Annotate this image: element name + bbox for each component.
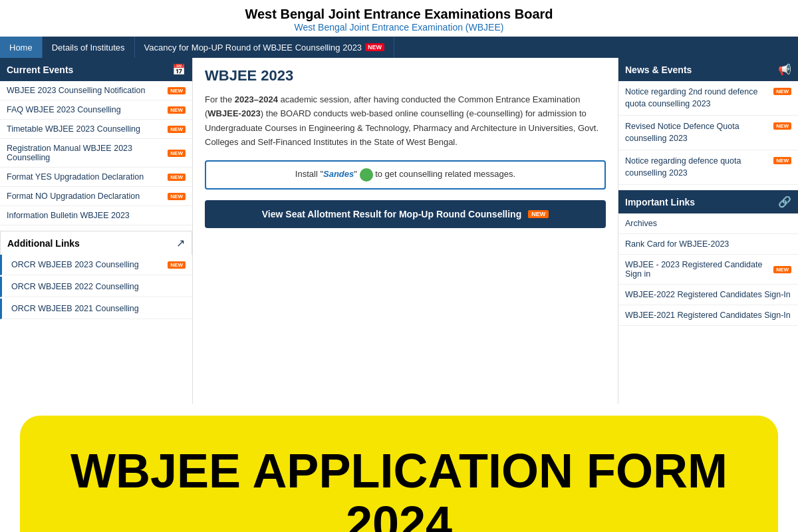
bottom-banner-text: WBJEE APPLICATION FORM 2024 xyxy=(40,445,758,532)
page-title: WBJEE 2023 xyxy=(205,67,606,84)
sidebar-item[interactable]: WBJEE 2023 Counselling NotificationNEW xyxy=(0,81,192,100)
center-content: WBJEE 2023 For the 2023–2024 academic se… xyxy=(193,58,618,404)
new-badge: NEW xyxy=(168,150,186,157)
header-subtitle: West Bengal Joint Entrance Examination (… xyxy=(0,22,798,33)
new-badge: NEW xyxy=(773,266,791,273)
important-link-label: Archives xyxy=(625,219,657,228)
current-events-header: Current Events 📅 xyxy=(0,58,192,81)
important-link-item[interactable]: Archives xyxy=(618,213,798,234)
important-link-item[interactable]: Rank Card for WBJEE-2023 xyxy=(618,234,798,255)
sidebar-item-label: Format NO Upgradation Declaration xyxy=(7,192,168,201)
important-link-label: WBJEE-2022 Registered Candidates Sign-In xyxy=(625,290,791,299)
important-links-header: Important Links 🔗 xyxy=(618,190,798,213)
current-events-section: Current Events 📅 WBJEE 2023 Counselling … xyxy=(0,58,192,225)
left-sidebar: Current Events 📅 WBJEE 2023 Counselling … xyxy=(0,58,193,404)
external-link-icon: ↗ xyxy=(176,237,185,249)
sidebar-item[interactable]: Information Bulletin WBJEE 2023 xyxy=(0,206,192,225)
header: West Bengal Joint Entrance Examinations … xyxy=(0,0,798,37)
news-item[interactable]: Revised Notice Defence Quota counselling… xyxy=(618,116,798,150)
nav-item-institutes[interactable]: Details of Institutes xyxy=(43,37,135,58)
nav-item-home[interactable]: Home xyxy=(0,37,43,58)
important-link-label: WBJEE - 2023 Registered Candidate Sign i… xyxy=(625,260,773,279)
new-badge-cta: NEW xyxy=(528,210,549,218)
sidebar-item[interactable]: Timetable WBJEE 2023 CounsellingNEW xyxy=(0,120,192,139)
sandes-name: Sandes xyxy=(323,169,354,179)
nav-item-vacancy[interactable]: Vacancy for Mop-UP Round of WBJEE Counse… xyxy=(135,37,395,58)
new-badge: NEW xyxy=(168,174,186,181)
bottom-banner: WBJEE APPLICATION FORM 2024 xyxy=(20,416,778,532)
additional-link-label: ORCR WBJEEB 2021 Counselling xyxy=(11,304,186,313)
additional-links-header: Additional Links ↗ xyxy=(0,231,192,255)
important-link-item[interactable]: WBJEE-2022 Registered Candidates Sign-In xyxy=(618,285,798,305)
additional-links-items: ORCR WBJEEB 2023 CounsellingNEWORCR WBJE… xyxy=(0,255,192,319)
important-links-items: ArchivesRank Card for WBJEE-2023WBJEE - … xyxy=(618,213,798,326)
additional-links-section: Additional Links ↗ ORCR WBJEEB 2023 Coun… xyxy=(0,231,192,319)
new-badge: NEW xyxy=(168,87,186,94)
news-item-text: Revised Notice Defence Quota counselling… xyxy=(625,121,771,144)
additional-link-item[interactable]: ORCR WBJEEB 2023 CounsellingNEW xyxy=(0,255,192,275)
news-events-section: News & Events 📢 Notice regarding 2nd rou… xyxy=(618,58,798,185)
sidebar-item-label: Timetable WBJEE 2023 Counselling xyxy=(7,124,168,134)
sandes-banner: Install "Sandes" to get counselling rela… xyxy=(205,160,606,190)
sidebar-item[interactable]: Format NO Upgradation DeclarationNEW xyxy=(0,187,192,206)
additional-link-item[interactable]: ORCR WBJEEB 2022 Counselling xyxy=(0,277,192,297)
news-item[interactable]: Notice regarding defence quota counselli… xyxy=(618,150,798,185)
news-item-text: Notice regarding 2nd round defence quota… xyxy=(625,86,771,110)
additional-links-label: Additional Links xyxy=(7,238,80,249)
news-events-header: News & Events 📢 xyxy=(618,58,798,81)
important-link-item[interactable]: WBJEE-2021 Registered Candidates Sign-In xyxy=(618,305,798,326)
sidebar-item-label: FAQ WBJEE 2023 Counselling xyxy=(7,105,168,114)
important-links-section: Important Links 🔗 ArchivesRank Card for … xyxy=(618,190,798,326)
additional-link-item[interactable]: ORCR WBJEEB 2021 Counselling xyxy=(0,299,192,319)
sidebar-items: WBJEE 2023 Counselling NotificationNEWFA… xyxy=(0,81,192,225)
sidebar-item[interactable]: FAQ WBJEE 2023 CounsellingNEW xyxy=(0,100,192,120)
sidebar-item[interactable]: Registration Manual WBJEE 2023 Counselli… xyxy=(0,139,192,168)
additional-link-label: ORCR WBJEEB 2022 Counselling xyxy=(11,282,186,291)
speaker-icon: 📢 xyxy=(778,63,791,76)
link-icon: 🔗 xyxy=(778,196,791,208)
right-sidebar: News & Events 📢 Notice regarding 2nd rou… xyxy=(618,58,798,404)
new-badge: NEW xyxy=(168,126,186,133)
sidebar-item-label: WBJEE 2023 Counselling Notification xyxy=(7,86,168,95)
sandes-icon xyxy=(360,168,373,182)
important-link-item[interactable]: WBJEE - 2023 Registered Candidate Sign i… xyxy=(618,255,798,285)
important-link-label: Rank Card for WBJEE-2023 xyxy=(625,239,729,249)
cta-button[interactable]: View Seat Allotment Result for Mop-Up Ro… xyxy=(205,200,606,228)
sidebar-item[interactable]: Format YES Upgradation DeclarationNEW xyxy=(0,168,192,187)
sidebar-item-label: Registration Manual WBJEE 2023 Counselli… xyxy=(7,144,168,162)
new-badge: NEW xyxy=(773,88,791,95)
new-badge: NEW xyxy=(773,122,791,130)
new-badge: NEW xyxy=(168,261,186,269)
nav-new-badge: NEW xyxy=(365,43,384,51)
intro-paragraph: For the 2023–2024 academic session, afte… xyxy=(205,92,606,150)
important-link-label: WBJEE-2021 Registered Candidates Sign-In xyxy=(625,311,791,320)
new-badge: NEW xyxy=(773,157,791,164)
calendar-icon: 📅 xyxy=(172,63,186,76)
new-badge: NEW xyxy=(168,193,186,200)
additional-link-label: ORCR WBJEEB 2023 Counselling xyxy=(11,260,168,269)
news-item[interactable]: Notice regarding 2nd round defence quota… xyxy=(618,81,798,116)
news-items: Notice regarding 2nd round defence quota… xyxy=(618,81,798,185)
header-title: West Bengal Joint Entrance Examinations … xyxy=(0,7,798,22)
navbar: Home Details of Institutes Vacancy for M… xyxy=(0,37,798,58)
news-item-text: Notice regarding defence quota counselli… xyxy=(625,156,771,179)
sidebar-item-label: Format YES Upgradation Declaration xyxy=(7,172,168,182)
new-badge: NEW xyxy=(168,106,186,114)
sidebar-item-label: Information Bulletin WBJEE 2023 xyxy=(7,211,186,220)
